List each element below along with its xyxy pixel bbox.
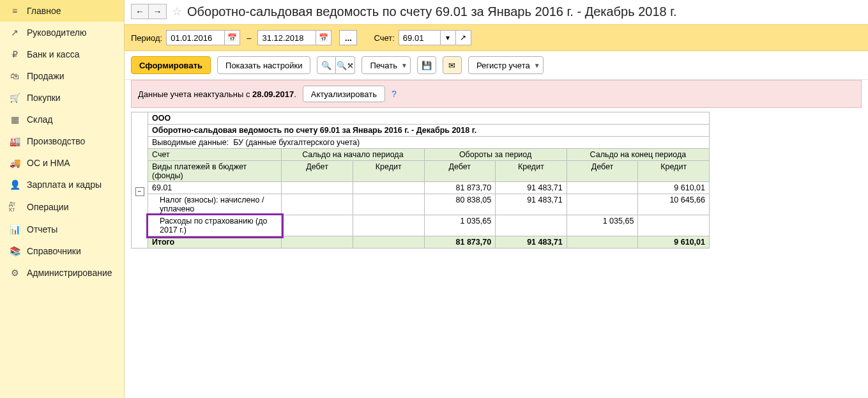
account-dropdown-button[interactable]: ▾ bbox=[441, 30, 456, 45]
favorite-star-icon[interactable]: ☆ bbox=[172, 4, 182, 19]
warning-bar: Данные учета неактуальны с 28.09.2017. А… bbox=[131, 80, 862, 108]
sidebar-item-label: Руководителю bbox=[27, 27, 86, 38]
report-title-cell: Оборотно-сальдовая ведомость по счету 69… bbox=[148, 125, 710, 137]
sidebar-item-production[interactable]: 🏭Производство bbox=[0, 130, 124, 152]
col-credit: Кредит bbox=[496, 161, 567, 182]
sidebar-item-operations[interactable]: Дт КтОперации bbox=[0, 195, 124, 218]
print-label: Печать bbox=[370, 61, 397, 70]
register-button[interactable]: Регистр учета▼ bbox=[468, 56, 544, 74]
date-to-calendar-button[interactable]: 📅 bbox=[316, 30, 331, 45]
col-debit: Дебет bbox=[567, 161, 638, 182]
org-cell: ООО bbox=[148, 112, 710, 125]
date-from-calendar-button[interactable]: 📅 bbox=[225, 30, 240, 45]
calendar-icon: 📅 bbox=[227, 33, 237, 42]
report-area[interactable]: − ООО Оборотно-сальдовая ведомость по сч… bbox=[131, 112, 862, 398]
show-settings-button[interactable]: Показать настройки bbox=[217, 56, 310, 74]
sidebar-item-admin[interactable]: ⚙Администрирование bbox=[0, 262, 124, 284]
col-account: Счет bbox=[148, 149, 282, 161]
chart-up-icon: ↗ bbox=[9, 27, 20, 38]
nav-back-button[interactable]: ← bbox=[131, 4, 149, 19]
search-icon: 🔍 bbox=[321, 61, 331, 70]
sidebar-item-reports[interactable]: 📊Отчеты bbox=[0, 218, 124, 240]
account-label: Счет: bbox=[374, 33, 394, 43]
generate-button[interactable]: Сформировать bbox=[131, 56, 211, 74]
collapse-button[interactable]: − bbox=[135, 187, 144, 196]
page-title: Оборотно-сальдовая ведомость по счету 69… bbox=[187, 4, 677, 19]
date-to-input[interactable] bbox=[257, 30, 316, 45]
factory-icon: 🏭 bbox=[9, 136, 20, 146]
books-icon: 📚 bbox=[9, 246, 20, 256]
account-open-button[interactable]: ↗ bbox=[456, 30, 471, 45]
warning-text: Данные учета неактуальны с 28.09.2017. bbox=[138, 89, 296, 99]
col-types: Виды платежей в бюджет (фонды) bbox=[148, 161, 282, 182]
period-picker-button[interactable]: ... bbox=[339, 30, 357, 45]
sidebar-item-bank[interactable]: ₽Банк и касса bbox=[0, 43, 124, 65]
col-credit: Кредит bbox=[353, 161, 424, 182]
sidebar-item-label: Операции bbox=[27, 202, 69, 212]
chevron-down-icon: ▾ bbox=[446, 33, 450, 42]
sidebar-item-label: Справочники bbox=[27, 246, 81, 256]
sidebar-item-label: Главное bbox=[27, 6, 61, 16]
table-total-row: Итого 81 873,70 91 483,71 9 610,01 bbox=[148, 236, 710, 249]
titlebar: ← → ☆ Оборотно-сальдовая ведомость по сч… bbox=[125, 0, 868, 24]
table-row-highlighted[interactable]: Расходы по страхованию (до 2017 г.) 1 03… bbox=[148, 215, 710, 236]
ruble-icon: ₽ bbox=[9, 49, 20, 59]
open-icon: ↗ bbox=[460, 33, 466, 42]
report-meta-cell: Выводимые данные: БУ (данные бухгалтерск… bbox=[148, 137, 710, 149]
search-scope-button[interactable]: 🔍⤧ bbox=[336, 56, 355, 74]
sidebar-item-label: ОС и НМА bbox=[27, 158, 70, 168]
menu-icon: ≡ bbox=[9, 6, 20, 16]
floppy-icon: 💾 bbox=[422, 61, 432, 70]
print-button[interactable]: Печать▼ bbox=[362, 56, 411, 74]
grid-icon: ▦ bbox=[9, 114, 20, 125]
sidebar: ≡Главное ↗Руководителю ₽Банк и касса 🛍Пр… bbox=[0, 0, 125, 398]
gear-icon: ⚙ bbox=[9, 268, 20, 278]
sidebar-item-sales[interactable]: 🛍Продажи bbox=[0, 65, 124, 87]
sidebar-item-catalogs[interactable]: 📚Справочники bbox=[0, 240, 124, 262]
period-label: Период: bbox=[131, 33, 162, 43]
generate-label: Сформировать bbox=[139, 61, 202, 70]
sidebar-item-main[interactable]: ≡Главное bbox=[0, 0, 124, 22]
table-row[interactable]: Налог (взносы): начислено / уплачено 80 … bbox=[148, 194, 710, 215]
sidebar-item-label: Производство bbox=[27, 136, 85, 146]
col-closing: Сальдо на конец периода bbox=[567, 149, 709, 161]
save-button[interactable]: 💾 bbox=[417, 56, 436, 74]
sidebar-item-warehouse[interactable]: ▦Склад bbox=[0, 109, 124, 130]
show-settings-label: Показать настройки bbox=[225, 61, 302, 70]
sidebar-item-label: Банк и касса bbox=[27, 49, 79, 59]
help-icon[interactable]: ? bbox=[392, 89, 397, 99]
chevron-down-icon: ▼ bbox=[534, 62, 540, 69]
period-dash: – bbox=[244, 33, 254, 43]
col-turnover: Обороты за период bbox=[424, 149, 567, 161]
sidebar-item-label: Зарплата и кадры bbox=[27, 180, 102, 190]
register-label: Регистр учета bbox=[476, 61, 530, 70]
report-table: ООО Оборотно-сальдовая ведомость по счет… bbox=[148, 112, 710, 249]
person-icon: 👤 bbox=[9, 180, 20, 190]
search-scope-icon: 🔍⤧ bbox=[337, 61, 354, 70]
sidebar-item-label: Склад bbox=[27, 114, 53, 125]
col-debit: Дебет bbox=[282, 161, 353, 182]
sidebar-item-label: Администрирование bbox=[27, 268, 112, 278]
account-input[interactable] bbox=[399, 30, 441, 45]
actualize-button[interactable]: Актуализировать bbox=[303, 86, 385, 102]
sidebar-item-label: Отчеты bbox=[27, 224, 57, 234]
date-from-input[interactable] bbox=[166, 30, 225, 45]
sidebar-item-payroll[interactable]: 👤Зарплата и кадры bbox=[0, 174, 124, 195]
main-area: ← → ☆ Оборотно-сальдовая ведомость по сч… bbox=[125, 0, 868, 398]
sidebar-item-label: Продажи bbox=[27, 71, 64, 81]
envelope-icon: ✉ bbox=[448, 61, 455, 70]
command-bar: Сформировать Показать настройки 🔍 🔍⤧ Печ… bbox=[125, 51, 868, 80]
col-credit: Кредит bbox=[638, 161, 710, 182]
table-row[interactable]: 69.01 81 873,70 91 483,71 9 610,01 bbox=[148, 182, 710, 194]
search-button[interactable]: 🔍 bbox=[317, 56, 336, 74]
email-button[interactable]: ✉ bbox=[443, 56, 462, 74]
sidebar-item-purchases[interactable]: 🛒Покупки bbox=[0, 87, 124, 109]
sidebar-item-assets[interactable]: 🚚ОС и НМА bbox=[0, 152, 124, 174]
params-bar: Период: 📅 – 📅 ... Счет: ▾ ↗ bbox=[125, 24, 868, 51]
nav-forward-button[interactable]: → bbox=[149, 4, 167, 19]
sidebar-item-label: Покупки bbox=[27, 93, 61, 103]
chevron-down-icon: ▼ bbox=[401, 62, 407, 69]
bag-icon: 🛍 bbox=[9, 71, 20, 81]
dtkt-icon: Дт Кт bbox=[9, 201, 20, 213]
sidebar-item-manager[interactable]: ↗Руководителю bbox=[0, 22, 124, 43]
